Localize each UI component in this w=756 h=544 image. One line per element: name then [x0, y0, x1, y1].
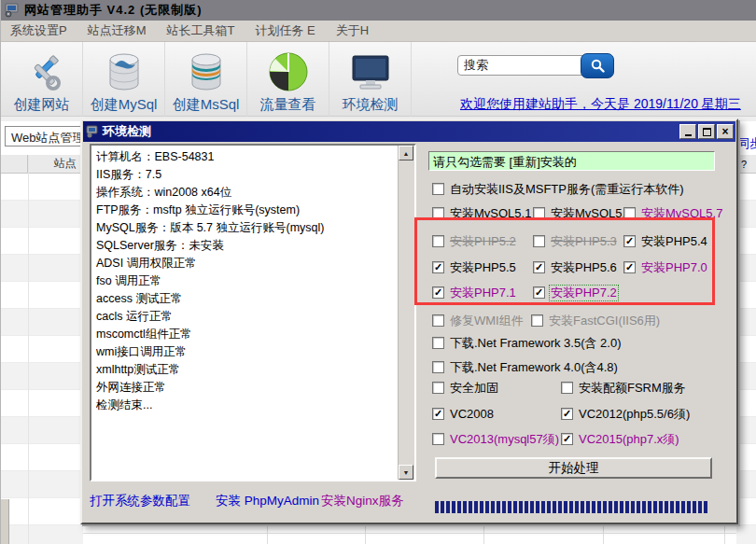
checkbox[interactable]: ✓ [623, 261, 636, 273]
checkbox[interactable]: ✓ [533, 261, 545, 273]
checkbox-option[interactable]: 安装MySQL5.7 [623, 207, 722, 220]
table-row [736, 525, 756, 544]
checkbox-option[interactable]: 安装FastCGI(IIS6用) [531, 314, 660, 328]
checkbox-label: 安装PHP7.0 [641, 261, 707, 274]
install-phpmyadmin-link[interactable]: 安装 PhpMyAdmin [216, 493, 319, 509]
window-title: 网站管理助手 V4.2 (无限制版) [24, 2, 203, 19]
dialog-icon [86, 125, 99, 138]
table-row [1, 525, 83, 544]
scroll-up-button[interactable]: ▲ [399, 146, 413, 160]
checkbox[interactable] [432, 235, 444, 247]
table-row [736, 471, 756, 498]
checkbox-option[interactable]: ✓VC2008 [432, 408, 494, 421]
horizontal-scrollbar-fragment[interactable] [1, 499, 9, 544]
checkbox-label: 安装PHP5.3 [551, 235, 617, 248]
tab-web-site-management[interactable]: Web站点管理 [5, 126, 83, 146]
search-icon [591, 59, 605, 73]
checkbox-option[interactable]: 安装MySQL5.6 [533, 207, 632, 220]
progress-bar [435, 501, 707, 513]
checkbox[interactable] [432, 433, 444, 445]
environment-check-dialog: 环境检测 × 计算机名：EBS-54831 IIS服务：7.5 操作系统：win… [80, 119, 738, 524]
vertical-scrollbar[interactable]: ▲ ▼ [398, 146, 414, 480]
toolbar-button-label: 创建MySql [91, 96, 158, 114]
checkbox[interactable] [432, 207, 444, 219]
sync-link[interactable]: 同步 [737, 135, 756, 152]
app-icon [5, 3, 20, 18]
table-row [1, 282, 83, 309]
checkbox-label: 安装PHP5.5 [450, 261, 516, 274]
create-mysql-button[interactable]: 创建MySql [83, 42, 165, 117]
table-row [736, 390, 756, 417]
table-row [736, 498, 756, 525]
checkbox-option[interactable]: ✓安装PHP7.1 [432, 286, 516, 300]
checkbox[interactable]: ✓ [533, 286, 545, 299]
create-mssql-button[interactable]: 创建MsSql [165, 42, 247, 117]
search-button[interactable] [581, 53, 614, 78]
table-row [736, 201, 756, 228]
menu-scheduled-tasks[interactable]: 计划任务 E [253, 21, 326, 41]
checkbox-option[interactable]: ✓安装PHP5.4 [623, 235, 707, 248]
checkbox-option[interactable]: 安装配额FSRM服务 [561, 382, 686, 394]
dialog-title: 环境检测 [103, 123, 151, 140]
checkbox-label: 自动安装IIS及MSFTP服务(需重运行本软件) [450, 183, 684, 196]
checkbox[interactable]: ✓ [561, 408, 573, 420]
checkbox-option[interactable]: VC2013(mysql57须) [432, 433, 559, 446]
checkbox[interactable]: ✓ [432, 408, 444, 420]
checkbox-option[interactable]: 安全加固 [432, 382, 498, 395]
open-system-params-link[interactable]: 打开系统参数配置 [90, 493, 190, 509]
menu-bar: 系统设置P 站点迁移M 站长工具箱T 计划任务 E 关于H [1, 21, 756, 42]
right-table-background: 同步 ? [736, 121, 756, 544]
site-table-rows [1, 174, 83, 544]
checkbox[interactable]: ✓ [561, 433, 573, 445]
scroll-down-button[interactable]: ▼ [399, 465, 413, 480]
checkbox-label: 安装FastCGI(IIS6用) [549, 314, 660, 328]
checkbox-label: 安装MySQL5.1 [450, 207, 531, 220]
checkbox-option[interactable]: 自动安装IIS及MSFTP服务(需重运行本软件) [432, 183, 684, 196]
menu-site-migration[interactable]: 站点迁移M [86, 21, 158, 41]
start-processing-button[interactable]: 开始处理 [435, 457, 712, 479]
checkbox-option[interactable]: 安装PHP5.3 [533, 235, 617, 248]
checkbox-option[interactable]: 修复WMI组件 [432, 314, 524, 328]
checkbox-option[interactable]: ✓VC2012(php5.5/6须) [561, 408, 690, 421]
checkbox[interactable] [531, 314, 543, 327]
search-input[interactable] [457, 55, 590, 76]
checkbox[interactable]: ✓ [432, 261, 444, 273]
checkbox-label: 安装PHP5.6 [551, 261, 617, 274]
checkbox-option[interactable]: ✓安装PHP7.2 [533, 286, 617, 300]
checkbox-option[interactable]: ✓安装PHP5.6 [533, 261, 617, 274]
checkbox[interactable] [432, 314, 444, 327]
checkbox-option[interactable]: ✓VC2015(php7.x须) [561, 433, 679, 446]
install-nginx-link[interactable]: 安装Nginx服务 [321, 493, 404, 509]
option-row: VC2013(mysql57须)✓VC2015(php7.x须) [428, 433, 723, 448]
checkbox-option[interactable]: 安装PHP5.2 [432, 235, 516, 248]
checkbox[interactable]: ✓ [623, 235, 636, 247]
option-row: 安装MySQL5.1安装MySQL5.6安装MySQL5.7 [428, 207, 723, 222]
checkbox[interactable] [432, 183, 444, 195]
environment-check-button[interactable]: 环境检测 [329, 42, 412, 117]
table-row [736, 309, 756, 336]
checkbox-option[interactable]: 下载.Net Framework 4.0(含4.8) [432, 361, 618, 374]
menu-system-settings[interactable]: 系统设置P [8, 21, 78, 41]
mssql-db-icon [184, 49, 229, 94]
menu-webmaster-tools[interactable]: 站长工具箱T [165, 21, 246, 41]
checkbox-option[interactable]: 下载.Net Framework 3.5(含 2.0) [432, 337, 622, 350]
checkbox[interactable] [432, 361, 444, 373]
main-titlebar[interactable]: 网站管理助手 V4.2 (无限制版) [1, 0, 756, 21]
checkbox-option[interactable]: ✓安装PHP7.0 [623, 261, 707, 274]
create-site-button[interactable]: 创建网站 [1, 42, 83, 117]
checkbox[interactable] [623, 207, 636, 219]
option-rows-container: 自动安装IIS及MSFTP服务(需重运行本软件)安装MySQL5.1安装MySQ… [428, 120, 723, 494]
checkbox[interactable] [432, 382, 444, 394]
checkbox[interactable] [432, 337, 444, 349]
table-row [736, 282, 756, 309]
option-row: 下载.Net Framework 3.5(含 2.0) [428, 337, 723, 352]
option-row: 安全加固安装配额FSRM服务 [428, 382, 723, 397]
checkbox-option[interactable]: 安装MySQL5.1 [432, 207, 531, 220]
traffic-view-button[interactable]: 流量查看 [247, 42, 329, 117]
checkbox-option[interactable]: ✓安装PHP5.5 [432, 261, 516, 274]
checkbox[interactable] [533, 207, 545, 219]
checkbox[interactable] [561, 382, 573, 394]
menu-about[interactable]: 关于H [334, 21, 380, 41]
checkbox[interactable]: ✓ [432, 286, 444, 299]
checkbox[interactable] [533, 235, 545, 247]
